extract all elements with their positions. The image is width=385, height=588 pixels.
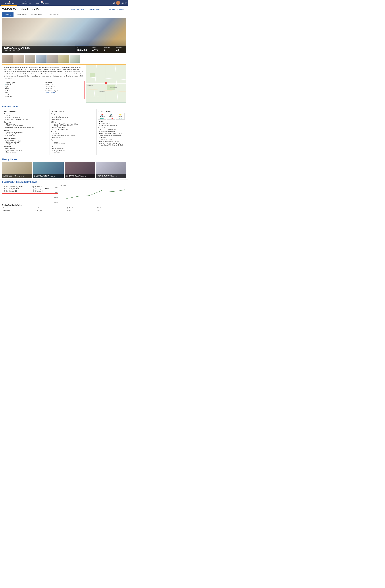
avatar[interactable] xyxy=(116,1,120,5)
svg-point-21 xyxy=(112,191,114,192)
thumbnail-4[interactable] xyxy=(36,55,46,63)
agent-label: Real Estate Agent xyxy=(45,90,83,92)
top-nav: 🏠 ALL PROPERTIES ⊕ NEW PROPERTY 📈 TRENDS… xyxy=(0,0,128,6)
submit-offer-button[interactable]: SUBMIT AN OFFER xyxy=(87,8,106,11)
original-price-value: $945,000 xyxy=(45,88,83,89)
deck-item-3: # of porches: 0 xyxy=(52,137,95,138)
pool-subsection: Pool Has pool Pool type: Heated xyxy=(51,139,95,145)
exterior-features-col: Exterior Features Garage Has garage Gara… xyxy=(49,109,97,155)
stat-item-2: Median Homeowner Age: 42 xyxy=(99,141,125,142)
thumbnail-1[interactable] xyxy=(2,55,13,63)
stat-sqft: Sq. Ft. 2,480 xyxy=(90,46,102,53)
market-trends-row: Median List Price $1,475,000 Avg. # Offe… xyxy=(2,185,126,203)
map-col: Georgetown Pike The Turner Farm Kate's C… xyxy=(86,65,126,103)
market-stat-sale-list: Median Sale/List 93% xyxy=(3,190,29,192)
garage-item-1: Has garage xyxy=(52,115,95,117)
bedrooms-subsection: Bedrooms 3 bedrooms Flooring type: Carpe… xyxy=(4,113,48,120)
overlay-address: 24450 Country Club Dr xyxy=(4,47,73,50)
nearby-addr-2: 178 Pleasant Ct (6.7 mi) xyxy=(34,175,63,176)
table-row: Great Falls $1,475,000 $280 93% xyxy=(2,209,126,212)
property-details-grid: Interior Features Bedrooms 3 bedrooms Fl… xyxy=(2,109,126,155)
local-stats-subsection: Local Stats Population: 17,606 Median Ho… xyxy=(98,137,125,146)
property-details-header: Property Details xyxy=(0,104,128,109)
listed-on-label: Listed On xyxy=(45,82,83,84)
bathroom-item-1: 2.5 bathrooms xyxy=(5,123,48,125)
svg-point-18 xyxy=(77,196,78,197)
row-sqft: $280 xyxy=(66,209,96,212)
lot-size-label: Lot Size xyxy=(5,94,83,96)
tab-property-history[interactable]: Property History xyxy=(29,12,45,17)
thumbnail-2[interactable] xyxy=(13,55,24,63)
utility-item-2: Cooling: Central A/C (Electric) xyxy=(52,125,95,126)
utilities-subsection: Utilities Heating: Forced Air Heat (Natu… xyxy=(51,121,95,130)
nearby-addr-1: 28 Forest St (2.8 mi) xyxy=(3,175,32,176)
thumbnail-strip xyxy=(0,54,128,63)
market-stats-row-2: Median $ / Sq. Ft. $280 Avg. Downpayment… xyxy=(3,188,57,190)
tab-tour-availability[interactable]: Tour Availability xyxy=(14,12,29,17)
col-location: Location xyxy=(2,207,34,209)
page-header: 24450 Country Club Dr SCHEDULE TOUR SUBM… xyxy=(0,6,128,11)
chart-y-labels: 1,400k 1,300k 1,200k 1,100k xyxy=(54,187,58,203)
nearby-details-2: $905,000 • 2 BR • 1.5 BA • 1,910 Sq Ft xyxy=(34,176,63,177)
property-stats-overlay: Price $925,000 Sq. Ft. 2,480 Bedrooms 3 … xyxy=(75,46,126,53)
safety-icon: ⭐ xyxy=(117,114,124,116)
svg-point-20 xyxy=(101,190,102,191)
nav-new-property[interactable]: ⊕ NEW PROPERTY xyxy=(17,0,33,6)
nearby-card-4[interactable]: 7303 Amerige St (9.8 mi) $2,150,000 • 6 … xyxy=(96,162,126,178)
built-in-label: Built In xyxy=(5,90,43,92)
utility-item-3: Water: Well, Septic xyxy=(52,127,95,128)
svg-text:Kate's Coffee House: Kate's Coffee House xyxy=(110,87,117,88)
row-location: Great Falls xyxy=(2,209,34,212)
thumbnail-6[interactable] xyxy=(58,55,69,63)
tax-item-4: Land Assessment: $500,000.00 xyxy=(99,134,125,136)
schools-badge: 📚 Schools Good xyxy=(98,113,106,120)
bathroom-item-2: Flooring type: Ceramic tile xyxy=(5,125,48,126)
location-badges: 📚 Schools Good 🚌 Transit Poor ⭐ Safety G… xyxy=(98,113,125,120)
thumbnail-7[interactable] xyxy=(69,55,80,63)
pool-list: Has pool Pool type: Heated xyxy=(51,141,95,145)
interior-features-header: Interior Features xyxy=(4,110,48,112)
page-title: 24450 Country Club Dr xyxy=(2,7,40,11)
property-info-table: Property Type 🏠 House Listed On Apr 2, 2… xyxy=(4,81,84,99)
location-item-1: County: Fairfax xyxy=(99,123,125,124)
nav-trends-metrics[interactable]: 📈 TRENDS & METRICS xyxy=(33,0,51,6)
nearby-card-2[interactable]: 178 Pleasant Ct (6.7 mi) $905,000 • 2 BR… xyxy=(33,162,64,178)
svg-point-22 xyxy=(124,189,125,190)
tab-summary[interactable]: Summary xyxy=(2,12,14,17)
basement-item-3: Outside entrance xyxy=(5,151,48,153)
schools-icon: 📚 xyxy=(99,114,106,116)
decks-subsection: Decks/porches # of decks: 1 Deck type: A… xyxy=(51,131,95,138)
rooms-subsection: Additional Rooms Living room (27 x 24 ft… xyxy=(4,138,48,145)
svg-text:The Turner Farm: The Turner Farm xyxy=(99,91,105,92)
tab-related-actions[interactable]: Related Actions xyxy=(45,12,61,17)
schedule-tour-button[interactable]: SCHEDULE TOUR xyxy=(69,8,86,11)
market-chart: List Price 1,400k 1,300k 1,200k 1,100k xyxy=(58,185,126,203)
property-address-overlay: 24450 Country Club Dr Great Falls, VA 22… xyxy=(2,46,75,53)
row-sale-list: 93% xyxy=(96,209,126,212)
svg-text:Georgetown Pike: Georgetown Pike xyxy=(87,85,93,86)
thumbnail-3[interactable] xyxy=(25,55,35,63)
nearby-card-3[interactable]: 787 Lakeview St (1.4 mi) $875,000 • 2 BR… xyxy=(65,162,95,178)
col-sqft: $ / Sq. Ft. xyxy=(66,207,96,209)
location-subsection: Location County: Fairfax Neighborhood: G… xyxy=(98,121,125,126)
built-in-value: 2005 xyxy=(5,92,43,93)
nav-all-properties[interactable]: 🏠 ALL PROPERTIES xyxy=(1,0,17,6)
re-values-table: Location List Price $ / Sq. Ft. Sale / L… xyxy=(2,207,126,212)
overlay-city: Great Falls, VA 22066 xyxy=(4,50,73,52)
basement-subsection: Basement Has basement Finished area: 464… xyxy=(4,146,48,153)
agent-item: Real Estate Agent Alison Cowley xyxy=(45,90,83,93)
thumbnail-5[interactable] xyxy=(47,55,58,63)
grid-icon[interactable]: ⊞ xyxy=(113,1,115,4)
row-list-price: $1,475,000 xyxy=(34,209,66,212)
room-item-3: Den (18 x 16 ft) xyxy=(5,143,48,145)
style-label: Style xyxy=(5,86,43,88)
nearby-homes-header: Nearby Homes xyxy=(0,157,128,161)
agent-value[interactable]: Alison Cowley xyxy=(45,92,83,93)
nearby-card-1[interactable]: 28 Forest St (2.8 mi) $925,000 • 3 BR • … xyxy=(2,162,32,178)
update-property-button[interactable]: UPDATE PROPERTY xyxy=(107,8,126,11)
basement-list: Has basement Finished area: 464 sq. ft O… xyxy=(4,148,48,153)
garage-item-2: Garage type: Attached xyxy=(52,117,95,118)
listed-on-item: Listed On Apr 2, 2017 xyxy=(45,82,83,85)
market-stat-median-sqft: Median $ / Sq. Ft. $280 xyxy=(3,188,29,190)
utility-item-4: Hot Water: Natural Gas xyxy=(52,128,95,130)
